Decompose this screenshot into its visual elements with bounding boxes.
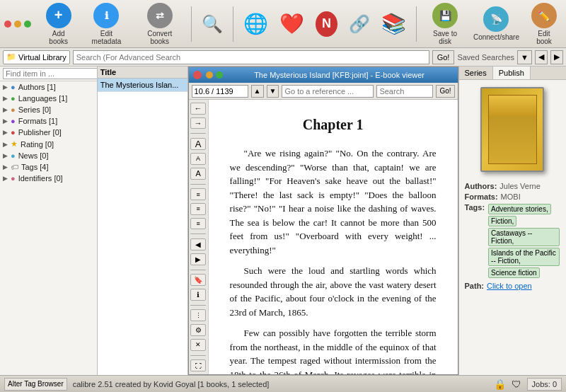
align-right-button[interactable]: ≡ [190,218,206,230]
page-indicator-input[interactable] [192,85,248,98]
viewer-page[interactable]: Chapter 1 "Are we rising again?" "No. On… [209,100,458,374]
tag-fiction: Fiction, [488,216,516,226]
sidebar-item-tags[interactable]: ▶ 🏷 Tags [4] [0,161,97,173]
viewer-search-button[interactable]: Go! [436,85,454,98]
close-viewer-button[interactable]: ✕ [190,339,206,351]
info-button[interactable]: ℹ [190,289,206,301]
saved-searches-label: Saved Searches [457,53,514,62]
find-row: Find [0,67,97,81]
sidebar-item-rating[interactable]: ▶ ★ Rating [0] [0,138,97,150]
lock-icon: 🔒 [494,379,506,390]
viewer-search-input[interactable] [376,85,433,98]
prev-chapter-button[interactable]: ◀ [190,238,206,250]
second-toolbar: 📁 Virtual Library Go! Saved Searches ▼ ◀… [0,48,566,67]
expand-arrow: ▶ [3,95,8,102]
n-icon: N [316,11,338,37]
formats-label: Formats: [465,192,498,201]
save-to-disk-button[interactable]: 💾 Save to disk [424,1,466,47]
justify-button[interactable]: ≡ [190,188,206,200]
viewer-maximize-button[interactable] [216,71,223,79]
rating-dot-icon: ★ [11,139,18,149]
tab-publish[interactable]: Publish [493,67,531,79]
viewer-toolbar: ▲ ▼ Go! [189,83,458,100]
next-search-button[interactable]: ▶ [550,50,563,64]
edit-book-button[interactable]: ✏️ Edit book [526,1,562,47]
alter-tag-button[interactable]: Alter Tag Browser [4,378,67,391]
main-toolbar: + Add books ℹ Edit metadata ⇄ Convert bo… [0,0,566,48]
expand-arrow: ▶ [3,117,8,125]
tags-list: Adventure stories, Fiction, Castaways --… [487,203,560,279]
prev-search-button[interactable]: ◀ [535,50,548,64]
viewer-minimize-button[interactable] [206,71,213,79]
connect-share-button[interactable]: 📡 Connect/share [472,4,521,43]
tag-scifi: Science fiction [488,267,539,278]
expand-arrow: ▶ [3,175,8,182]
viewer-back-button[interactable]: ← [190,103,206,115]
align-left-button[interactable]: ≡ [190,203,206,215]
book-list-header: Title [98,67,187,79]
ebook-viewer: The Mysterious Island [KFB:joint] - E-bo… [188,67,458,375]
page-down-button[interactable]: ▼ [267,85,279,98]
toc-button[interactable]: ⋮ [190,309,206,321]
font-small-button[interactable]: A [190,153,206,165]
goto-input[interactable] [282,85,374,98]
authors-value: Jules Verne [499,182,540,190]
sidebar-item-languages[interactable]: ▶ ● Languages [1] [0,93,97,104]
expand-arrow: ▶ [3,141,8,148]
edit-metadata-button[interactable]: ℹ Edit metadata [83,1,129,47]
books-icon: 📚 [379,12,409,35]
sidebar-item-formats[interactable]: ▶ ● Formats [1] [0,115,97,127]
expand-arrow: ▶ [3,83,8,91]
settings-button[interactable]: ⚙ [190,324,206,336]
fullscreen-button[interactable]: ⛶ [190,359,206,371]
panel-divider-3 [190,234,206,234]
status-info: calibre 2.51 created by Kovid Goyal [1 b… [73,380,488,388]
convert-books-button[interactable]: ⇄ Convert books [136,1,185,47]
book-cover [480,87,544,172]
search-button[interactable]: Go! [432,50,455,64]
viewer-title: The Mysterious Island [KFB:joint] - E-bo… [226,71,454,79]
sidebar-item-news[interactable]: ▶ ● News [0] [0,150,97,161]
chapter-title: Chapter 1 [230,114,437,135]
find-input[interactable] [3,68,98,79]
font-medium-button[interactable]: A [190,168,206,180]
add-books-button[interactable]: + Add books [40,1,77,47]
sidebar-item-publisher[interactable]: ▶ ● Publisher [0] [0,127,97,138]
window-minimize[interactable] [14,21,21,28]
tags-label: Tags: [465,203,485,212]
books-count: [1 books, 1 selected] [197,380,269,388]
status-right: 🔒 🛡 Jobs: 0 [494,378,562,391]
page-up-button[interactable]: ▲ [251,85,264,98]
saved-searches-button[interactable]: ▼ [517,50,532,64]
heart-icon: ❤️ [277,12,307,35]
window-maximize[interactable] [24,21,31,28]
sidebar: Find ▶ ● Authors [1] ▶ ● Languages [1] ▶… [0,67,98,375]
jobs-indicator: Jobs: 0 [527,378,562,391]
tab-series[interactable]: Series [459,67,493,79]
expand-arrow: ▶ [3,152,8,159]
formats-value: MOBI [501,192,521,201]
version-text: calibre 2.51 created by Kovid Goyal [73,380,196,388]
next-chapter-button[interactable]: ▶ [190,253,206,265]
path-value[interactable]: Click to open [487,282,532,290]
expand-arrow: ▶ [3,163,8,171]
book-list-item[interactable]: The Mysterious Islan... [98,79,187,92]
news-dot-icon: ● [11,151,16,160]
virtual-library-button[interactable]: 📁 Virtual Library [3,50,70,64]
series-dot-icon: ● [11,105,16,114]
sidebar-item-series[interactable]: ▶ ● Series [0] [0,104,97,115]
toolbar-separator-3 [416,6,417,42]
search-input[interactable] [73,50,429,64]
viewer-forward-button[interactable]: → [190,117,206,129]
shield-icon: 🛡 [512,379,521,390]
bookmark-button[interactable]: 🔖 [190,274,206,286]
window-close[interactable] [4,21,11,28]
font-large-button[interactable]: A [190,138,206,150]
viewer-close-button[interactable] [193,71,202,79]
sidebar-item-identifiers[interactable]: ▶ ● Identifiers [0] [0,173,97,184]
expand-arrow: ▶ [3,129,8,136]
virtual-library-icon: 📁 [6,52,16,62]
panel-divider-2 [190,184,206,185]
sidebar-item-authors[interactable]: ▶ ● Authors [1] [0,81,97,93]
status-bar: Alter Tag Browser calibre 2.51 created b… [0,375,566,392]
